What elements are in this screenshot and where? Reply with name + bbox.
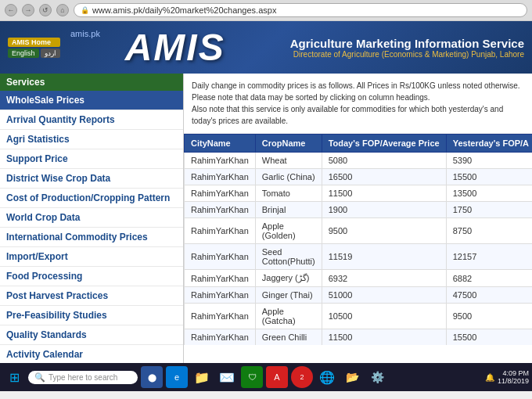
cell-today: 5080 [322, 153, 446, 169]
cell-yesterday: 9500 [446, 304, 532, 329]
col-today[interactable]: Today's FOP/Average Price [322, 135, 446, 153]
browser-nav: ← → ↺ ⌂ 🔒 www.amis.pk/daily%20market%20c… [0, 0, 532, 20]
cell-yesterday: 5390 [446, 153, 532, 169]
sidebar-item-support[interactable]: Support Price [0, 149, 183, 169]
sidebar-item-activity[interactable]: Activity Calendar [0, 345, 183, 363]
amis-pk-url: amis.pk [70, 29, 100, 38]
content-notice: Daily change in commodity prices is as f… [184, 74, 532, 134]
reload-button[interactable]: ↺ [39, 4, 52, 16]
cell-crop: Apple (Gatcha) [255, 304, 322, 329]
english-button[interactable]: English [8, 49, 39, 58]
taskbar-search[interactable]: 🔍 Type here to search [28, 371, 138, 384]
col-city[interactable]: CityName [185, 135, 256, 153]
sidebar-item-quality[interactable]: Quality Standards [0, 325, 183, 345]
notice-line2: Please note that data may be sorted by c… [192, 92, 524, 103]
cell-city: RahimYarKhan [185, 185, 256, 202]
lock-icon: 🔒 [81, 6, 89, 14]
table-wrapper: CityName CropName Today's FOP/Average Pr… [184, 134, 532, 345]
notification-icon[interactable]: 🔔 [485, 373, 494, 382]
taskbar-badge-2[interactable]: 2 [291, 366, 313, 388]
sidebar-item-district[interactable]: District Wise Crop Data [0, 169, 183, 189]
sidebar-item-import[interactable]: Import/Export [0, 247, 183, 267]
cell-city: RahimYarKhan [185, 329, 256, 346]
search-icon: 🔍 [34, 372, 45, 383]
sidebar-item-international[interactable]: International Commodity Prices [0, 228, 183, 247]
sidebar-item-cost[interactable]: Cost of Production/Cropping Pattern [0, 189, 183, 208]
cell-yesterday: 13500 [446, 185, 532, 202]
sidebar-header: Services [0, 74, 183, 91]
cell-yesterday: 15500 [446, 329, 532, 346]
taskbar-shield[interactable]: 🛡 [241, 366, 263, 388]
search-placeholder: Type here to search [49, 373, 117, 382]
notice-line1: Daily change in commodity prices is as f… [192, 80, 524, 92]
sidebar-item-post[interactable]: Post Harvest Practices [0, 286, 183, 306]
table-row: RahimYarKhanBrinjal19001750 [185, 202, 533, 218]
taskbar-folder[interactable]: 📁 [191, 366, 213, 388]
taskbar-red-app[interactable]: A [266, 366, 288, 388]
amis-home-button[interactable]: AMIS Home [8, 38, 60, 47]
cell-city: RahimYarKhan [185, 153, 256, 169]
taskbar-mail[interactable]: ✉️ [216, 366, 238, 388]
sidebar-item-pre[interactable]: Pre-Feasibility Studies [0, 306, 183, 325]
sidebar-item-food[interactable]: Food Processing [0, 267, 183, 286]
back-button[interactable]: ← [5, 4, 17, 16]
urdu-button[interactable]: اردو [41, 49, 60, 58]
notice-line3: Also note that this service is only avai… [192, 103, 524, 127]
url-text: www.amis.pk/daily%20market%20changes.asp… [92, 5, 276, 15]
cell-yesterday: 6882 [446, 270, 532, 287]
cell-crop: Ginger (Thai) [255, 287, 322, 304]
cell-yesterday: 15500 [446, 169, 532, 185]
lang-buttons: English اردو [8, 49, 60, 58]
taskbar-chrome[interactable]: 🌐 [316, 366, 338, 388]
taskbar-right: 🔔 4:09 PM 11/8/2019 [485, 369, 529, 385]
cell-today: 16500 [322, 169, 446, 185]
site-header: AMIS Home English اردو amis.pk AMIS Agri… [0, 21, 532, 74]
taskbar-cortana[interactable]: ⬤ [141, 366, 163, 388]
data-table: CityName CropName Today's FOP/Average Pr… [184, 134, 532, 345]
sidebar: Services WholeSale Prices Arrival Quanti… [0, 74, 184, 363]
taskbar-edge[interactable]: e [166, 366, 188, 388]
col-yesterday[interactable]: Yesterday's FOP/A [446, 135, 532, 153]
cell-crop: Seed Cotton(Phutti) [255, 244, 322, 270]
sidebar-item-agri[interactable]: Agri Statistics [0, 130, 183, 149]
cell-city: RahimYarKhan [185, 202, 256, 218]
taskbar-files[interactable]: 📂 [341, 366, 363, 388]
cell-today: 6932 [322, 270, 446, 287]
cell-today: 9500 [322, 218, 446, 244]
sidebar-item-world[interactable]: World Crop Data [0, 208, 183, 228]
cell-crop: Garlic (China) [255, 169, 322, 185]
table-row: RahimYarKhanGinger (Thai)5100047500 [185, 287, 533, 304]
cell-crop: Apple (Golden) [255, 218, 322, 244]
cell-crop: Wheat [255, 153, 322, 169]
sidebar-item-arrival[interactable]: Arrival Quantity Reports [0, 110, 183, 130]
windows-start-button[interactable]: ⊞ [3, 366, 25, 388]
header-left: AMIS Home English اردو [8, 38, 60, 58]
taskbar-settings[interactable]: ⚙️ [366, 366, 388, 388]
main-layout: Services WholeSale Prices Arrival Quanti… [0, 74, 532, 363]
cell-city: RahimYarKhan [185, 244, 256, 270]
table-row: RahimYarKhanGreen Chilli1150015500 [185, 329, 533, 346]
table-row: RahimYarKhanTomato1150013500 [185, 185, 533, 202]
header-subtitle: Directorate of Agriculture (Economics & … [290, 50, 524, 59]
table-row: RahimYarKhanJaggery (گڑ)69326882 [185, 270, 533, 287]
header-title: Agriculture Marketing Information Servic… [290, 37, 524, 50]
table-row: RahimYarKhanGarlic (China)1650015500 [185, 169, 533, 185]
cell-crop: Jaggery (گڑ) [255, 270, 322, 287]
address-bar[interactable]: 🔒 www.amis.pk/daily%20market%20changes.a… [74, 3, 527, 17]
cell-city: RahimYarKhan [185, 304, 256, 329]
col-crop[interactable]: CropName [255, 135, 322, 153]
cell-yesterday: 8750 [446, 218, 532, 244]
cell-crop: Brinjal [255, 202, 322, 218]
cell-crop: Tomato [255, 185, 322, 202]
cell-yesterday: 1750 [446, 202, 532, 218]
home-button[interactable]: ⌂ [56, 4, 69, 16]
header-right: Agriculture Marketing Information Servic… [290, 37, 524, 59]
cell-city: RahimYarKhan [185, 287, 256, 304]
sidebar-item-wholesale[interactable]: WholeSale Prices [0, 91, 183, 110]
forward-button[interactable]: → [22, 4, 34, 16]
cell-city: RahimYarKhan [185, 218, 256, 244]
amis-logo: AMIS [125, 26, 225, 69]
cell-today: 11519 [322, 244, 446, 270]
cell-city: RahimYarKhan [185, 270, 256, 287]
browser-chrome: ← → ↺ ⌂ 🔒 www.amis.pk/daily%20market%20c… [0, 0, 532, 21]
